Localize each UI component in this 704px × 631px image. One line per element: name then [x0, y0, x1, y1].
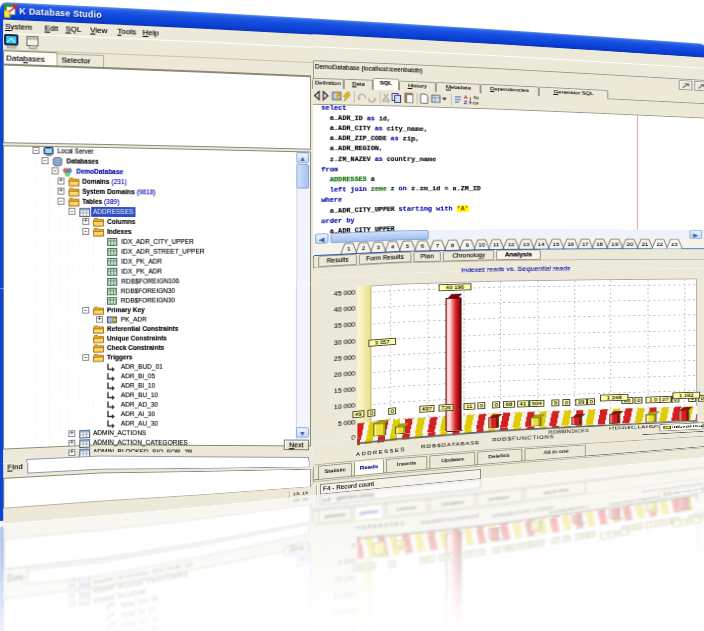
svg-text:22: 22 — [656, 242, 663, 247]
svg-text:14: 14 — [538, 242, 545, 248]
svg-text:15: 15 — [553, 242, 560, 248]
svg-text:2: 2 — [362, 245, 365, 252]
svg-text:6: 6 — [421, 243, 424, 250]
svg-text:8: 8 — [451, 243, 454, 249]
svg-text:1: 1 — [347, 246, 350, 253]
svg-text:17: 17 — [582, 242, 589, 248]
svg-text:19: 19 — [611, 242, 618, 248]
svg-text:4: 4 — [391, 244, 394, 251]
svg-text:3: 3 — [377, 245, 380, 252]
svg-text:11: 11 — [493, 242, 499, 248]
svg-text:7: 7 — [436, 243, 439, 249]
svg-text:5: 5 — [406, 243, 409, 250]
svg-text:21: 21 — [642, 242, 649, 248]
svg-text:13: 13 — [523, 242, 530, 248]
svg-text:9: 9 — [466, 242, 469, 248]
svg-text:cws: cws — [473, 101, 479, 105]
svg-text:20: 20 — [627, 242, 634, 248]
svg-text:Z: Z — [464, 100, 467, 105]
svg-text:12: 12 — [508, 242, 515, 248]
svg-text:Na: Na — [474, 96, 479, 100]
svg-text:10: 10 — [478, 242, 485, 248]
svg-text:16: 16 — [567, 242, 574, 248]
svg-text:23: 23 — [671, 242, 678, 247]
